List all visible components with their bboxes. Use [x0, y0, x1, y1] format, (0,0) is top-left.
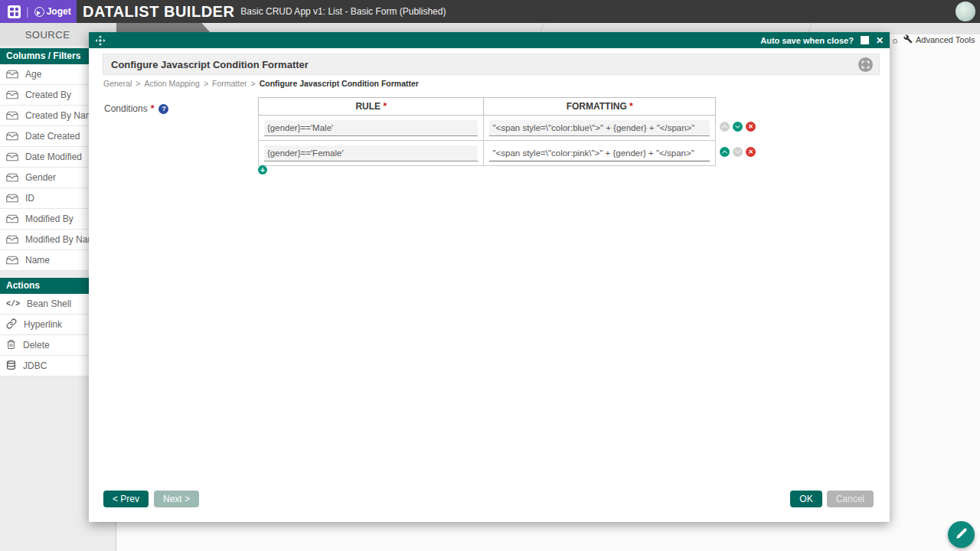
advanced-tools-link[interactable]: Advanced Tools: [903, 34, 975, 45]
autosave-checkbox[interactable]: [861, 36, 869, 44]
advanced-tools-label: Advanced Tools: [916, 35, 975, 44]
cancel-button[interactable]: Cancel: [827, 491, 874, 507]
prev-button[interactable]: < Prev: [103, 491, 149, 507]
autosave-label: Auto save when close?: [760, 36, 854, 45]
code-icon: </>: [6, 300, 20, 308]
wizard-nav: < Prev Next >: [103, 491, 199, 507]
database-icon: [6, 360, 16, 373]
crumb-action-mapping[interactable]: Action Mapping: [145, 79, 200, 88]
crumb-general[interactable]: General: [103, 79, 132, 88]
delete-row-icon[interactable]: ✕: [746, 147, 756, 157]
move-up-icon[interactable]: [720, 147, 730, 157]
ok-button[interactable]: OK: [790, 491, 822, 507]
top-bar: | Joget DATALIST BUILDER Basic CRUD App …: [0, 0, 980, 23]
inbox-icon: [6, 214, 18, 223]
formatting-column-header: FORMATTING *: [484, 98, 716, 116]
screen: SOURCE o Advanced Tools Columns / Filter…: [0, 0, 980, 551]
condition-row-1: [259, 116, 716, 141]
formatting-input-2[interactable]: [489, 145, 710, 161]
row-1-controls: ✕: [720, 122, 756, 132]
source-tab-label: SOURCE: [25, 29, 70, 41]
row-2-controls: ✕: [720, 147, 756, 157]
partial-tab-text: o: [893, 36, 897, 45]
dialog-title: Configure Javascript Condition Formatter: [111, 59, 309, 70]
inbox-icon: [6, 256, 18, 265]
conditions-table: RULE * FORMATTING *: [258, 97, 716, 166]
dialog-titlebar: Auto save when close? ✕: [89, 32, 890, 48]
rule-column-header: RULE *: [259, 98, 484, 116]
builder-subtitle: Basic CRUD App v1: List - Basic Form (Pu…: [240, 6, 446, 17]
delete-row-icon[interactable]: ✕: [746, 122, 756, 132]
rule-input-2[interactable]: [264, 145, 478, 161]
next-button[interactable]: Next >: [154, 491, 199, 507]
crumb-current: Configure Javascript Condition Formatter: [260, 79, 419, 88]
inbox-icon: [6, 90, 18, 99]
move-down-icon-disabled: [733, 147, 743, 157]
formatting-input-1[interactable]: [489, 120, 710, 136]
fullscreen-icon[interactable]: [858, 57, 873, 72]
dialog-header: Configure Javascript Condition Formatter: [103, 54, 880, 75]
inbox-icon: [6, 235, 18, 244]
inbox-icon: [6, 173, 18, 182]
conditions-field-label: Conditions * ?: [104, 103, 168, 114]
conditions-header-row: RULE * FORMATTING *: [259, 98, 716, 116]
move-icon[interactable]: [95, 35, 106, 46]
trash-icon: [6, 339, 16, 352]
app-center-block[interactable]: | Joget: [0, 0, 77, 23]
joget-brand-label: Joget: [47, 6, 71, 17]
rule-input-1[interactable]: [264, 120, 478, 136]
add-row-icon[interactable]: +: [258, 165, 267, 174]
builder-title: DATALIST BUILDER: [83, 3, 234, 21]
pencil-icon: [956, 527, 968, 543]
edit-fab[interactable]: [948, 521, 975, 548]
move-up-icon-disabled: [720, 122, 730, 132]
property-dialog: Auto save when close? ✕ Configure Javasc…: [89, 32, 890, 522]
link-icon: [6, 318, 17, 331]
condition-row-2: [259, 141, 716, 166]
apps-grid-icon: [8, 5, 21, 18]
inbox-icon: [6, 152, 18, 161]
inbox-icon: [6, 132, 18, 141]
dialog-actions: OK Cancel: [790, 491, 874, 507]
joget-logo-icon: [34, 7, 44, 17]
close-icon[interactable]: ✕: [876, 36, 884, 45]
joget-logo: Joget: [34, 6, 71, 17]
inbox-icon: [6, 70, 18, 79]
inbox-icon: [6, 194, 18, 203]
inbox-icon: [6, 111, 18, 120]
crumb-formatter[interactable]: Formatter: [212, 79, 247, 88]
breadcrumb: General > Action Mapping > Formatter > C…: [103, 79, 419, 88]
move-down-icon[interactable]: [733, 122, 743, 132]
help-icon[interactable]: ?: [158, 104, 168, 114]
user-avatar[interactable]: [956, 2, 975, 21]
wrench-icon: [903, 34, 913, 45]
